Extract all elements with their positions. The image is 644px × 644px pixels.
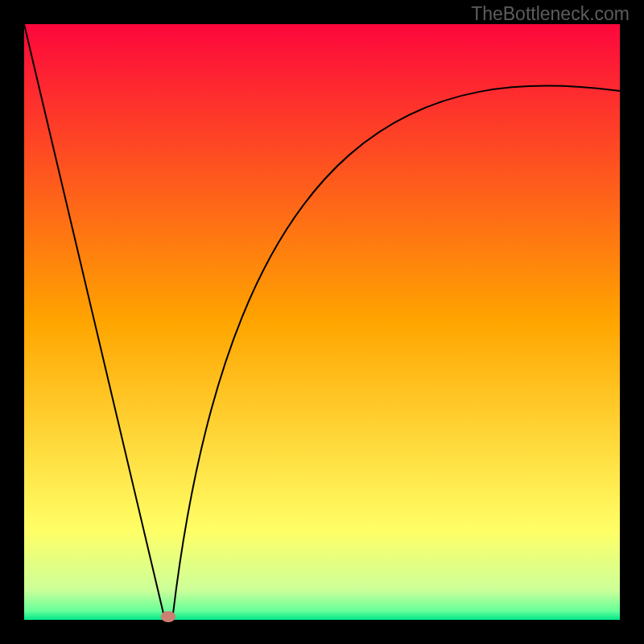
- minimum-point-marker: [161, 611, 175, 622]
- chart-frame: { "watermark": "TheBottleneck.com", "cha…: [0, 0, 644, 644]
- plot-svg: [0, 0, 644, 644]
- watermark-text: TheBottleneck.com: [471, 3, 630, 25]
- plot-area: [24, 24, 620, 620]
